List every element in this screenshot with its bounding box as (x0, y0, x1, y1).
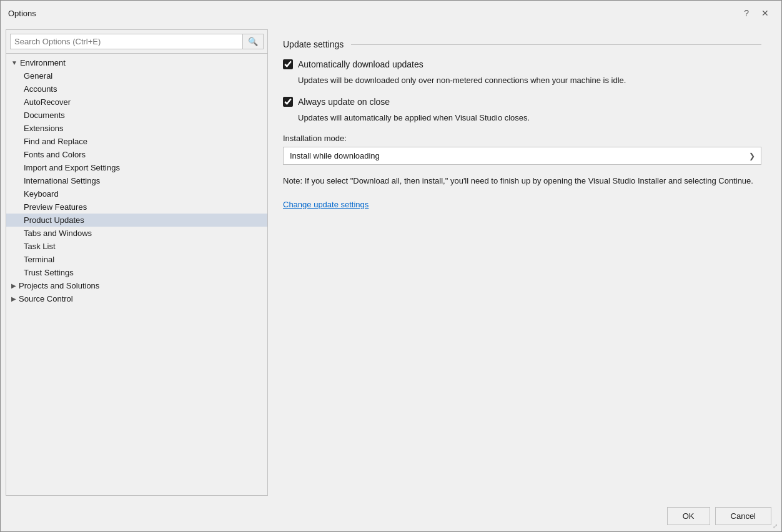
tree-label-environment: Environment (20, 58, 66, 67)
dialog-body: 🔍 ▼ Environment General Accounts Auto (1, 24, 781, 501)
cancel-button[interactable]: Cancel (715, 507, 771, 525)
installation-mode-label: Installation mode: (283, 134, 761, 143)
expand-icon-projects: ▶ (11, 282, 16, 289)
tree-label-projects-solutions: Projects and Solutions (19, 281, 99, 290)
tree-label-preview-features: Preview Features (24, 202, 87, 212)
tree-label-extensions: Extensions (24, 124, 64, 133)
auto-download-checkbox[interactable] (283, 59, 293, 69)
help-button[interactable]: ? (739, 6, 754, 21)
tree-item-preview-features[interactable]: Preview Features (6, 200, 267, 214)
title-bar: Options ? ✕ (1, 1, 781, 24)
tree-label-keyboard: Keyboard (24, 189, 59, 199)
tree-item-environment[interactable]: ▼ Environment (6, 56, 267, 69)
ok-button[interactable]: OK (667, 507, 710, 525)
note-text: Note: If you select "Download all, then … (283, 175, 761, 187)
tree-item-fonts-colors[interactable]: Fonts and Colors (6, 148, 267, 161)
change-update-settings-link[interactable]: Change update settings (283, 200, 369, 209)
always-update-checkbox[interactable] (283, 97, 293, 107)
right-panel: Update settings Automatically download u… (268, 29, 776, 496)
tree-label-terminal: Terminal (24, 255, 54, 264)
tree-item-import-export[interactable]: Import and Export Settings (6, 161, 267, 174)
tree-item-projects-solutions[interactable]: ▶ Projects and Solutions (6, 279, 267, 292)
tree-label-source-control: Source Control (19, 294, 73, 303)
close-button[interactable]: ✕ (756, 6, 774, 21)
tree-label-accounts: Accounts (24, 84, 57, 94)
auto-download-label[interactable]: Automatically download updates (298, 59, 423, 69)
tree-item-terminal[interactable]: Terminal (6, 253, 267, 266)
tree-item-source-control[interactable]: ▶ Source Control (6, 292, 267, 305)
tree-label-trust-settings: Trust Settings (24, 268, 74, 277)
section-header: Update settings (283, 39, 761, 49)
tree-label-tabs-windows: Tabs and Windows (24, 229, 92, 238)
section-divider (351, 44, 761, 45)
tree-item-accounts[interactable]: Accounts (6, 82, 267, 96)
search-input[interactable] (10, 34, 243, 49)
tree-item-tabs-windows[interactable]: Tabs and Windows (6, 227, 267, 240)
search-icon-button[interactable]: 🔍 (243, 34, 264, 49)
tree-item-autorecover[interactable]: AutoRecover (6, 96, 267, 109)
tree-label-product-updates: Product Updates (24, 215, 84, 225)
search-icon: 🔍 (248, 37, 258, 46)
tree-item-trust-settings[interactable]: Trust Settings (6, 266, 267, 279)
tree-label-task-list: Task List (24, 242, 56, 251)
resize-handle[interactable]: ⤢ (773, 523, 780, 530)
dialog-footer: OK Cancel (1, 501, 781, 531)
tree-item-general[interactable]: General (6, 69, 267, 82)
tree-item-international[interactable]: International Settings (6, 174, 267, 187)
options-dialog: Options ? ✕ 🔍 ▼ Environment (0, 0, 782, 532)
tree-item-extensions[interactable]: Extensions (6, 122, 267, 135)
tree-item-task-list[interactable]: Task List (6, 240, 267, 253)
expand-icon: ▼ (11, 59, 17, 66)
tree-label-fonts-colors: Fonts and Colors (24, 150, 86, 159)
dialog-title: Options (8, 9, 36, 18)
tree-item-documents[interactable]: Documents (6, 109, 267, 122)
tree-item-find-replace[interactable]: Find and Replace (6, 135, 267, 148)
always-update-label[interactable]: Always update on close (298, 97, 390, 107)
tree-label-import-export: Import and Export Settings (24, 163, 120, 172)
search-container: 🔍 (6, 30, 267, 54)
tree-label-general: General (24, 71, 52, 81)
expand-icon-source-control: ▶ (11, 295, 16, 302)
installation-mode-container: Install while downloading Download all, … (283, 147, 761, 165)
checkbox2-row: Always update on close (283, 97, 761, 107)
tree-item-product-updates[interactable]: Product Updates (6, 214, 267, 227)
section-title: Update settings (283, 39, 344, 49)
tree-label-autorecover: AutoRecover (24, 97, 71, 107)
always-update-desc: Updates will automatically be applied wh… (298, 112, 761, 124)
tree-container: ▼ Environment General Accounts AutoRecov… (6, 54, 267, 495)
left-panel: 🔍 ▼ Environment General Accounts Auto (6, 29, 268, 496)
auto-download-desc: Updates will be downloaded only over non… (298, 74, 761, 87)
tree-label-international: International Settings (24, 176, 100, 185)
tree-item-keyboard[interactable]: Keyboard (6, 187, 267, 200)
tree-label-find-replace: Find and Replace (24, 137, 87, 146)
installation-mode-dropdown[interactable]: Install while downloading Download all, … (283, 147, 761, 165)
tree-label-documents: Documents (24, 111, 65, 120)
checkbox1-row: Automatically download updates (283, 59, 761, 69)
